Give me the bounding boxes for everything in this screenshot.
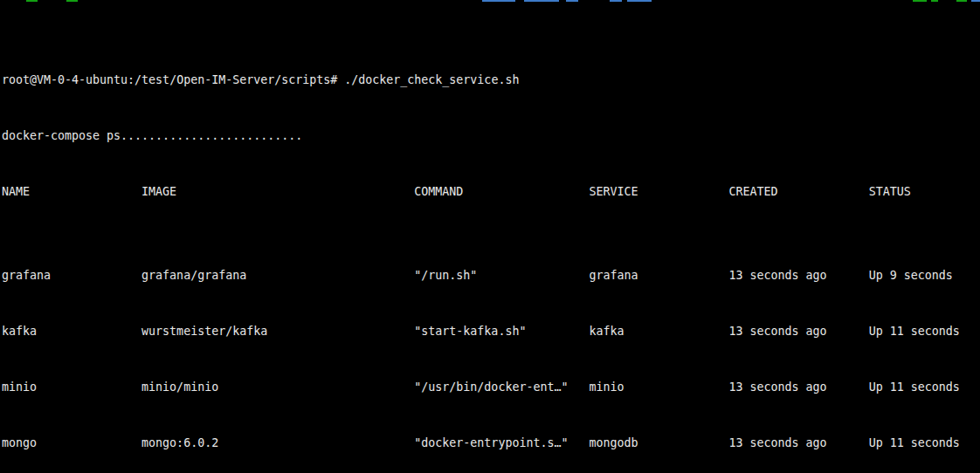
cell-command: "/usr/bin/docker-ent…" <box>414 380 568 394</box>
clipped-line-fragment <box>913 0 927 2</box>
clipped-line-fragment <box>566 0 578 2</box>
docker-compose-ps-line: docker-compose ps.......................… <box>2 129 980 143</box>
clipped-previous-line <box>0 0 980 3</box>
clipped-line-fragment <box>627 0 652 2</box>
terminal-window[interactable]: root@VM-0-4-ubuntu:/test/Open-IM-Server/… <box>0 0 980 473</box>
cell-status: Up 9 seconds <box>869 269 953 283</box>
cell-service: minio <box>589 380 624 394</box>
cell-command: "start-kafka.sh" <box>414 325 526 339</box>
header-created: CREATED <box>729 185 778 199</box>
clipped-line-fragment <box>971 0 980 2</box>
cell-name: kafka <box>2 325 37 339</box>
prompt-command-text: root@VM-0-4-ubuntu:/test/Open-IM-Server/… <box>2 73 519 86</box>
cell-name: mongo <box>2 436 37 450</box>
clipped-line-fragment <box>610 0 622 2</box>
cell-status: Up 11 seconds <box>869 436 960 450</box>
cell-status: Up 11 seconds <box>869 325 960 339</box>
clipped-line-fragment <box>931 0 938 2</box>
header-service: SERVICE <box>589 185 638 199</box>
clipped-line-fragment <box>482 0 515 2</box>
cell-service: grafana <box>589 269 638 283</box>
table-row: minio minio/minio "/usr/bin/docker-ent…"… <box>2 380 980 394</box>
cell-created: 13 seconds ago <box>729 436 827 450</box>
cell-created: 13 seconds ago <box>729 269 827 283</box>
clipped-line-fragment <box>956 0 967 2</box>
cell-service: kafka <box>589 325 624 339</box>
clipped-line-fragment <box>66 0 78 2</box>
cell-image: mongo:6.0.2 <box>141 436 218 450</box>
header-image: IMAGE <box>141 185 176 199</box>
cell-image: grafana/grafana <box>141 269 246 283</box>
header-name: NAME <box>2 185 30 199</box>
cell-name: grafana <box>2 269 51 283</box>
clipped-line-fragment <box>26 0 38 2</box>
table-row: grafana grafana/grafana "/run.sh" grafan… <box>2 269 980 283</box>
cell-image: minio/minio <box>141 380 218 394</box>
prompt-line-1: root@VM-0-4-ubuntu:/test/Open-IM-Server/… <box>2 73 980 87</box>
cell-status: Up 11 seconds <box>869 380 960 394</box>
cell-image: wurstmeister/kafka <box>141 325 267 339</box>
cell-command: "docker-entrypoint.s…" <box>414 436 568 450</box>
header-command: COMMAND <box>414 185 463 199</box>
docker-compose-ps-text: docker-compose ps.......................… <box>2 129 302 142</box>
header-status: STATUS <box>869 185 911 199</box>
container-table-rows: grafana grafana/grafana "/run.sh" grafan… <box>2 241 980 473</box>
cell-name: minio <box>2 380 37 394</box>
table-header-row: NAME IMAGE COMMAND SERVICE CREATED STATU… <box>2 185 980 199</box>
cell-created: 13 seconds ago <box>729 380 827 394</box>
cell-command: "/run.sh" <box>414 269 477 283</box>
cell-created: 13 seconds ago <box>729 325 827 339</box>
cell-service: mongodb <box>589 436 638 450</box>
table-row: kafka wurstmeister/kafka "start-kafka.sh… <box>2 325 980 339</box>
clipped-line-fragment <box>524 0 559 2</box>
table-row: mongo mongo:6.0.2 "docker-entrypoint.s…"… <box>2 436 980 450</box>
